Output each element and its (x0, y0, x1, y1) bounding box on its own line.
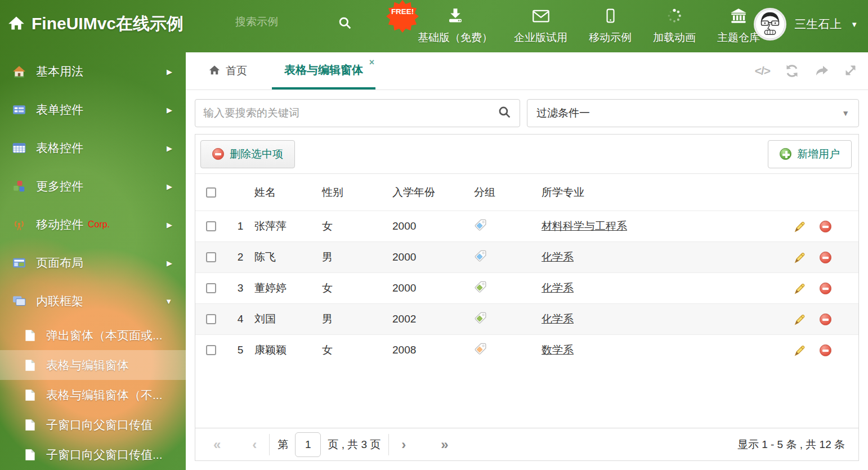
sidebar-item-label: 内联框架 (36, 293, 83, 309)
minus-icon (212, 148, 224, 160)
delete-icon[interactable] (820, 283, 831, 294)
column-header-group[interactable]: 分组 (474, 185, 542, 200)
sidebar-item-more-controls[interactable]: 更多控件 ▶ (0, 167, 186, 205)
cell-gender: 女 (322, 219, 392, 234)
row-number: 1 (226, 220, 254, 232)
row-checkbox[interactable] (206, 221, 216, 231)
sidebar-subitem-label: 子窗口向父窗口传值... (46, 447, 163, 463)
filter-dropdown-value: 过滤条件一 (536, 106, 842, 120)
major-link[interactable]: 材料科学与工程系 (542, 220, 627, 232)
sidebar-subitem-grid-edit-window-2[interactable]: 表格与编辑窗体（不... (0, 380, 186, 410)
row-checkbox[interactable] (206, 252, 216, 262)
nav-enterprise-trial[interactable]: 企业版试用 (514, 8, 567, 45)
row-checkbox[interactable] (206, 283, 216, 293)
sidebar-subitem-label: 表格与编辑窗体（不... (46, 387, 163, 403)
free-badge: FREE! (386, 0, 419, 33)
sidebar-item-basic-usage[interactable]: 基本用法 ▶ (0, 52, 186, 91)
edit-icon[interactable] (793, 251, 806, 264)
tab-home[interactable]: 首页 (202, 52, 254, 89)
filter-dropdown[interactable]: 过滤条件一 ▼ (527, 99, 859, 127)
chevron-right-icon: ▶ (167, 259, 172, 267)
expand-icon[interactable] (844, 64, 858, 78)
column-header-major[interactable]: 所学专业 (542, 185, 793, 200)
column-header-gender[interactable]: 性别 (322, 185, 392, 200)
first-page-button[interactable]: « (209, 437, 225, 453)
form-icon (12, 104, 27, 115)
delete-icon[interactable] (820, 252, 831, 263)
edit-icon[interactable] (793, 313, 806, 326)
cubes-icon (12, 180, 27, 193)
column-header-year[interactable]: 入学年份 (392, 185, 474, 200)
header-search-input[interactable] (235, 16, 331, 28)
keyword-search-box[interactable] (195, 99, 520, 127)
row-checkbox[interactable] (206, 314, 216, 324)
sidebar-item-mobile-controls[interactable]: 移动控件 Corp. ▶ (0, 205, 186, 244)
sidebar-item-iframe[interactable]: 内联框架 ▼ (0, 282, 186, 320)
tab-grid-edit-window[interactable]: 表格与编辑窗体 × (272, 52, 375, 89)
top-header: FineUIMvc在线示例 FREE! 基础版（免费） 企业 (0, 0, 868, 52)
sidebar-item-form-controls[interactable]: 表单控件 ▶ (0, 91, 186, 129)
user-menu[interactable]: 三生石上 ▼ (754, 8, 858, 41)
major-link[interactable]: 化学系 (542, 313, 574, 325)
sidebar-item-page-layout[interactable]: 页面布局 ▶ (0, 244, 186, 282)
table-row: 3 董婷婷 女 2000 化学系 (195, 272, 858, 303)
page-icon (25, 359, 36, 371)
main-content: 首页 表格与编辑窗体 × </> (186, 52, 868, 470)
search-icon[interactable] (338, 16, 352, 33)
sidebar-item-label: 更多控件 (36, 178, 83, 194)
cell-year: 2000 (392, 282, 474, 294)
share-icon[interactable] (814, 64, 830, 78)
sidebar-subitem-child-to-parent[interactable]: 子窗口向父窗口传值 (0, 410, 186, 440)
plus-icon (780, 148, 791, 160)
cell-name: 张萍萍 (254, 219, 322, 234)
nav-label: 加载动画 (653, 30, 696, 45)
home-icon (8, 15, 25, 33)
cell-name: 康颖颖 (254, 343, 322, 357)
select-all-checkbox[interactable] (206, 187, 216, 198)
search-icon[interactable] (498, 105, 512, 122)
nav-basic-free[interactable]: 基础版（免费） (418, 8, 493, 45)
major-link[interactable]: 化学系 (542, 282, 574, 294)
row-checkbox[interactable] (206, 345, 216, 355)
chevron-down-icon: ▼ (851, 20, 858, 29)
delete-icon[interactable] (820, 221, 831, 232)
sidebar-subitem-child-to-parent-2[interactable]: 子窗口向父窗口传值... (0, 440, 186, 469)
delete-selected-button[interactable]: 删除选中项 (200, 140, 295, 168)
add-user-button[interactable]: 新增用户 (768, 140, 852, 168)
cell-gender: 男 (322, 312, 392, 326)
corp-badge: Corp. (88, 220, 110, 230)
row-number: 2 (226, 251, 254, 263)
prev-page-button[interactable]: ‹ (248, 437, 261, 453)
refresh-icon[interactable] (785, 64, 799, 78)
sidebar-subitem-popup-window[interactable]: 弹出窗体（本页面或... (0, 320, 186, 350)
delete-icon[interactable] (820, 344, 831, 356)
cell-gender: 女 (322, 343, 392, 357)
sidebar-subitem-grid-edit-window[interactable]: 表格与编辑窗体 (0, 350, 186, 380)
app-logo[interactable]: FineUIMvc在线示例 (8, 12, 184, 35)
data-grid-panel: 删除选中项 新增用户 姓名 性别 入学年份 分组 所学专业 1 张萍萍 女 20… (195, 134, 859, 461)
edit-icon[interactable] (793, 282, 806, 295)
delete-icon[interactable] (820, 314, 831, 325)
view-source-icon[interactable]: </> (755, 64, 770, 78)
close-icon[interactable]: × (369, 57, 374, 68)
column-header-name[interactable]: 姓名 (254, 185, 322, 200)
next-page-button[interactable]: › (397, 437, 410, 453)
edit-icon[interactable] (793, 220, 806, 233)
nav-loading-animation[interactable]: 加载动画 (653, 8, 696, 45)
major-link[interactable]: 化学系 (542, 251, 574, 263)
edit-icon[interactable] (793, 344, 806, 357)
chevron-down-icon: ▼ (842, 109, 849, 118)
tag-icon (474, 311, 487, 324)
tab-bar: 首页 表格与编辑窗体 × </> (186, 52, 868, 90)
cell-year: 2002 (392, 313, 474, 325)
filter-row: 过滤条件一 ▼ (186, 90, 868, 134)
page-number-input[interactable] (295, 432, 321, 457)
record-summary: 显示 1 - 5 条 , 共 12 条 (737, 437, 845, 452)
sidebar-item-grid-controls[interactable]: 表格控件 ▶ (0, 129, 186, 167)
table-header-row: 姓名 性别 入学年份 分组 所学专业 (195, 174, 858, 211)
major-link[interactable]: 数学系 (542, 344, 574, 356)
last-page-button[interactable]: » (436, 437, 453, 453)
tab-toolbar: </> (755, 52, 858, 89)
keyword-search-input[interactable] (203, 107, 498, 119)
nav-mobile-demo[interactable]: 移动示例 (589, 8, 632, 45)
